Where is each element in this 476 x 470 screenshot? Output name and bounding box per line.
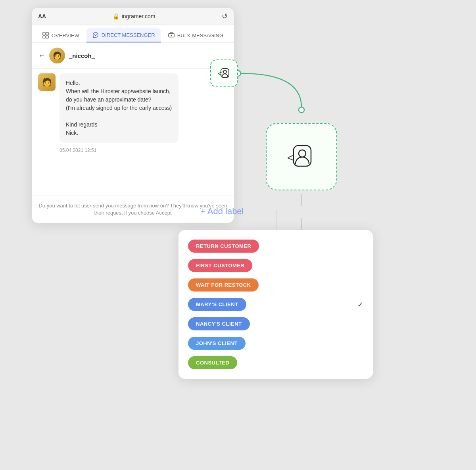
- panel-connector-line: [276, 210, 276, 230]
- url-text: ingramer.com: [122, 13, 155, 19]
- checkmark-marys-client: ✓: [357, 300, 363, 309]
- label-row-first-customer: FIRST CUSTOMER: [188, 259, 363, 272]
- message-bubble: Hello. When will the Hiroster app/websit…: [60, 73, 178, 143]
- lock-icon: 🔒: [113, 13, 119, 19]
- tab-direct-messenger[interactable]: DIRECT MESSENGER: [86, 28, 161, 42]
- tab-overview-label: OVERVIEW: [52, 33, 79, 38]
- label-row-consulted: CONSULTED: [188, 356, 363, 369]
- label-nancys-client[interactable]: NANCY'S CLIENT: [188, 317, 250, 330]
- label-wait-for-restock[interactable]: WAIT FOR RESTOCK: [188, 278, 259, 292]
- username: _niccoh_: [69, 52, 95, 59]
- svg-point-12: [223, 70, 226, 73]
- avatar-image: 🧑: [49, 48, 65, 63]
- label-row-marys-client: MARY'S CLIENT ✓: [188, 298, 363, 311]
- label-return-customer[interactable]: RETURN CUSTOMER: [188, 240, 259, 253]
- add-label-container: + Add label: [200, 206, 244, 217]
- nav-tabs: OVERVIEW DIRECT MESSENGER BULK MESSAGING: [32, 25, 234, 43]
- refresh-icon[interactable]: ↺: [222, 12, 228, 21]
- tab-direct-messenger-label: DIRECT MESSENGER: [102, 32, 155, 38]
- back-button[interactable]: ←: [38, 52, 45, 60]
- tab-bulk-messaging[interactable]: BULK MESSAGING: [162, 28, 229, 42]
- flow-area: < < + Add label RETURN CUSTOMER FIRST CU…: [178, 52, 424, 250]
- label-row-wait-for-restock: WAIT FOR RESTOCK: [188, 278, 363, 292]
- browser-aa-text: AA: [38, 13, 46, 19]
- tab-bulk-messaging-label: BULK MESSAGING: [177, 33, 223, 38]
- labels-panel: RETURN CUSTOMER FIRST CUSTOMER WAIT FOR …: [178, 230, 373, 379]
- svg-point-7: [299, 107, 304, 113]
- svg-point-5: [171, 35, 172, 36]
- svg-text:<: <: [287, 152, 294, 164]
- svg-rect-14: [294, 146, 311, 166]
- label-row-nancys-client: NANCY'S CLIENT: [188, 317, 363, 330]
- overview-icon: [42, 32, 49, 39]
- person-icon-large: <: [286, 141, 317, 173]
- avatar: 🧑: [49, 48, 65, 63]
- svg-rect-2: [43, 36, 45, 38]
- flow-node-large[interactable]: <: [266, 123, 337, 190]
- browser-url-bar[interactable]: 🔒 ingramer.com: [50, 13, 218, 19]
- person-icon-small: <: [217, 66, 231, 81]
- svg-point-15: [299, 150, 306, 157]
- tab-overview[interactable]: OVERVIEW: [36, 28, 85, 42]
- browser-bar: AA 🔒 ingramer.com ↺: [32, 8, 234, 25]
- svg-rect-1: [46, 33, 48, 35]
- label-row-johns-client: JOHN'S CLIENT: [188, 337, 363, 350]
- messenger-icon: [92, 31, 99, 38]
- flow-node-small[interactable]: <: [210, 59, 238, 87]
- label-consulted[interactable]: CONSULTED: [188, 356, 237, 369]
- message-avatar: 🧑: [38, 73, 56, 91]
- label-first-customer[interactable]: FIRST CUSTOMER: [188, 259, 252, 272]
- svg-rect-3: [46, 36, 48, 38]
- bulk-icon: [168, 32, 175, 39]
- svg-rect-0: [43, 33, 45, 35]
- message-avatar-image: 🧑: [38, 73, 56, 91]
- label-johns-client[interactable]: JOHN'S CLIENT: [188, 337, 246, 350]
- label-row-return-customer: RETURN CUSTOMER: [188, 240, 363, 253]
- label-marys-client[interactable]: MARY'S CLIENT: [188, 298, 246, 311]
- add-label-button[interactable]: + Add label: [200, 206, 244, 217]
